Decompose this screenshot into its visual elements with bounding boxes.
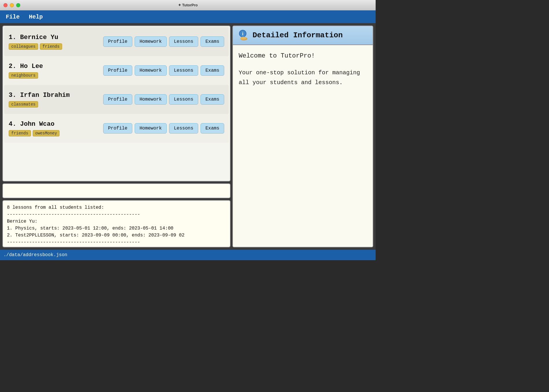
student-tags: friends owesMoney xyxy=(9,130,60,136)
student-row: 4. John Wcao friends owesMoney Profile H… xyxy=(4,114,229,143)
welcome-body: Your one-stop solution for managing all … xyxy=(239,68,367,88)
tag-colleagues: colleagues xyxy=(9,43,38,50)
student-tags: colleagues friends xyxy=(9,43,62,50)
output-panel[interactable]: 8 lessons from all students listed: ----… xyxy=(2,200,231,247)
exams-button[interactable]: Exams xyxy=(201,123,224,134)
menu-help[interactable]: Help xyxy=(27,12,45,21)
window-title: ✦ TutorPro xyxy=(178,3,198,7)
profile-button[interactable]: Profile xyxy=(103,123,132,134)
menu-bar: File Help xyxy=(0,10,376,23)
student-info: 1. Bernice Yu colleagues friends xyxy=(9,34,62,50)
minimize-button[interactable] xyxy=(10,3,14,7)
welcome-title: Welcome to TutorPro! xyxy=(239,51,367,61)
maximize-button[interactable] xyxy=(16,3,20,7)
title-bar: ✦ TutorPro xyxy=(0,0,376,10)
left-panel: 1. Bernice Yu colleagues friends Profile… xyxy=(2,25,231,247)
lessons-button[interactable]: Lessons xyxy=(169,36,198,47)
student-actions: Profile Homework Lessons Exams xyxy=(103,65,224,76)
student-name: 3. Irfan Ibrahim xyxy=(9,92,70,99)
lessons-button[interactable]: Lessons xyxy=(169,65,198,76)
info-content: Welcome to TutorPro! Your one-stop solut… xyxy=(233,45,373,247)
student-info: 4. John Wcao friends owesMoney xyxy=(9,121,60,136)
student-name: 2. Ho Lee xyxy=(9,63,43,70)
student-name: 1. Bernice Yu xyxy=(9,34,62,41)
student-actions: Profile Homework Lessons Exams xyxy=(103,94,224,105)
info-header: i Detailed Information xyxy=(233,26,373,45)
tag-friends: friends xyxy=(9,130,31,136)
tag-friends: friends xyxy=(40,43,62,50)
student-info: 3. Irfan Ibrahim classmates xyxy=(9,92,70,108)
lessons-button[interactable]: Lessons xyxy=(169,94,198,105)
profile-button[interactable]: Profile xyxy=(103,36,132,47)
student-actions: Profile Homework Lessons Exams xyxy=(103,123,224,134)
info-panel-title: Detailed Information xyxy=(253,31,343,40)
main-content: 1. Bernice Yu colleagues friends Profile… xyxy=(0,23,376,250)
homework-button[interactable]: Homework xyxy=(135,123,167,134)
tag-neighbours: neighbours xyxy=(9,72,38,79)
student-list[interactable]: 1. Bernice Yu colleagues friends Profile… xyxy=(2,25,231,182)
info-icon: i xyxy=(238,29,249,41)
tag-classmates: classmates xyxy=(9,101,38,108)
command-input[interactable] xyxy=(2,183,231,198)
homework-button[interactable]: Homework xyxy=(135,94,167,105)
svg-point-3 xyxy=(240,37,246,40)
output-text: 8 lessons from all students listed: ----… xyxy=(7,204,226,247)
student-row: 1. Bernice Yu colleagues friends Profile… xyxy=(4,27,229,56)
exams-button[interactable]: Exams xyxy=(201,36,224,47)
window-controls[interactable] xyxy=(3,3,20,7)
profile-button[interactable]: Profile xyxy=(103,65,132,76)
lessons-button[interactable]: Lessons xyxy=(169,123,198,134)
homework-button[interactable]: Homework xyxy=(135,65,167,76)
student-name: 4. John Wcao xyxy=(9,121,60,128)
status-bar: ./data/addressbook.json xyxy=(0,250,376,260)
student-tags: classmates xyxy=(9,101,70,108)
exams-button[interactable]: Exams xyxy=(201,65,224,76)
student-actions: Profile Homework Lessons Exams xyxy=(103,36,224,47)
exams-button[interactable]: Exams xyxy=(201,94,224,105)
student-row: 3. Irfan Ibrahim classmates Profile Home… xyxy=(4,85,229,114)
tag-owesmoney: owesMoney xyxy=(33,130,60,136)
homework-button[interactable]: Homework xyxy=(135,36,167,47)
student-row: 2. Ho Lee neighbours Profile Homework Le… xyxy=(4,56,229,85)
student-tags: neighbours xyxy=(9,72,43,79)
profile-button[interactable]: Profile xyxy=(103,94,132,105)
right-panel: i Detailed Information Welcome to TutorP… xyxy=(232,25,373,247)
menu-file[interactable]: File xyxy=(3,12,22,21)
student-info: 2. Ho Lee neighbours xyxy=(9,63,43,79)
status-text: ./data/addressbook.json xyxy=(3,252,67,258)
svg-text:i: i xyxy=(242,31,244,36)
close-button[interactable] xyxy=(3,3,8,7)
